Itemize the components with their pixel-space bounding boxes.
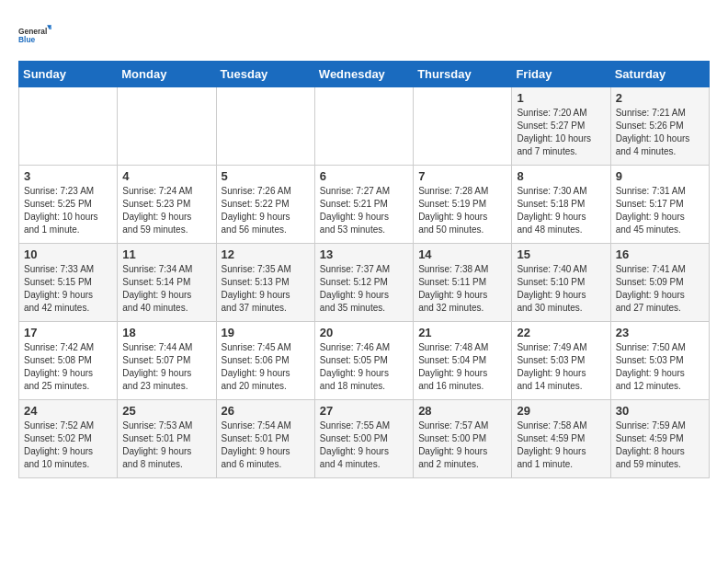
- day-info: Sunrise: 7:35 AM Sunset: 5:13 PM Dayligh…: [222, 263, 310, 315]
- calendar-cell: 7Sunrise: 7:28 AM Sunset: 5:19 PM Daylig…: [414, 166, 512, 244]
- svg-text:General: General: [18, 27, 47, 36]
- day-number: 12: [222, 247, 310, 261]
- calendar-cell: 3Sunrise: 7:23 AM Sunset: 5:25 PM Daylig…: [19, 166, 118, 244]
- day-number: 4: [122, 169, 210, 183]
- day-info: Sunrise: 7:45 AM Sunset: 5:06 PM Dayligh…: [222, 341, 310, 393]
- day-info: Sunrise: 7:57 AM Sunset: 5:00 PM Dayligh…: [418, 419, 506, 471]
- calendar-cell: [19, 87, 118, 166]
- calendar-week-row: 3Sunrise: 7:23 AM Sunset: 5:25 PM Daylig…: [19, 166, 710, 244]
- day-number: 21: [418, 326, 506, 339]
- calendar-table: SundayMondayTuesdayWednesdayThursdayFrid…: [18, 61, 710, 478]
- day-info: Sunrise: 7:41 AM Sunset: 5:09 PM Dayligh…: [616, 263, 704, 315]
- calendar-cell: 12Sunrise: 7:35 AM Sunset: 5:13 PM Dayli…: [216, 244, 314, 322]
- calendar-cell: 8Sunrise: 7:30 AM Sunset: 5:18 PM Daylig…: [512, 166, 610, 244]
- weekday-header-thursday: Thursday: [414, 62, 512, 87]
- calendar-cell: [216, 87, 314, 166]
- weekday-header-wednesday: Wednesday: [314, 62, 413, 87]
- day-number: 27: [320, 404, 408, 418]
- day-number: 28: [418, 404, 506, 418]
- day-number: 7: [418, 169, 506, 183]
- calendar-cell: 23Sunrise: 7:50 AM Sunset: 5:03 PM Dayli…: [610, 322, 709, 400]
- day-number: 17: [24, 326, 112, 339]
- calendar-cell: 6Sunrise: 7:27 AM Sunset: 5:21 PM Daylig…: [314, 166, 413, 244]
- calendar-cell: 24Sunrise: 7:52 AM Sunset: 5:02 PM Dayli…: [19, 400, 118, 478]
- weekday-header-friday: Friday: [512, 62, 610, 87]
- calendar-cell: 26Sunrise: 7:54 AM Sunset: 5:01 PM Dayli…: [216, 400, 314, 478]
- day-info: Sunrise: 7:52 AM Sunset: 5:02 PM Dayligh…: [24, 419, 112, 471]
- day-info: Sunrise: 7:30 AM Sunset: 5:18 PM Dayligh…: [517, 185, 605, 236]
- calendar-cell: 29Sunrise: 7:58 AM Sunset: 4:59 PM Dayli…: [512, 400, 610, 478]
- calendar-cell: [414, 87, 512, 166]
- day-info: Sunrise: 7:50 AM Sunset: 5:03 PM Dayligh…: [616, 341, 704, 393]
- day-number: 24: [24, 404, 112, 418]
- day-number: 8: [517, 169, 605, 183]
- day-number: 10: [24, 247, 112, 261]
- day-number: 18: [122, 326, 210, 339]
- day-info: Sunrise: 7:28 AM Sunset: 5:19 PM Dayligh…: [418, 185, 506, 236]
- day-info: Sunrise: 7:24 AM Sunset: 5:23 PM Dayligh…: [122, 185, 210, 236]
- day-number: 2: [616, 91, 704, 105]
- page-header: General Blue: [18, 18, 710, 52]
- day-info: Sunrise: 7:54 AM Sunset: 5:01 PM Dayligh…: [222, 419, 310, 471]
- svg-text:Blue: Blue: [18, 35, 36, 44]
- day-number: 15: [517, 247, 605, 261]
- logo-icon: General Blue: [18, 18, 51, 52]
- weekday-header-saturday: Saturday: [610, 62, 709, 87]
- calendar-cell: 22Sunrise: 7:49 AM Sunset: 5:03 PM Dayli…: [512, 322, 610, 400]
- calendar-cell: 17Sunrise: 7:42 AM Sunset: 5:08 PM Dayli…: [19, 322, 118, 400]
- calendar-week-row: 17Sunrise: 7:42 AM Sunset: 5:08 PM Dayli…: [19, 322, 710, 400]
- calendar-cell: [314, 87, 413, 166]
- day-number: 3: [24, 169, 112, 183]
- day-number: 20: [320, 326, 408, 339]
- day-info: Sunrise: 7:49 AM Sunset: 5:03 PM Dayligh…: [517, 341, 605, 393]
- calendar-cell: 28Sunrise: 7:57 AM Sunset: 5:00 PM Dayli…: [414, 400, 512, 478]
- day-number: 19: [222, 326, 310, 339]
- day-number: 9: [616, 169, 704, 183]
- day-info: Sunrise: 7:44 AM Sunset: 5:07 PM Dayligh…: [122, 341, 210, 393]
- calendar-cell: 4Sunrise: 7:24 AM Sunset: 5:23 PM Daylig…: [118, 166, 216, 244]
- calendar-week-row: 24Sunrise: 7:52 AM Sunset: 5:02 PM Dayli…: [19, 400, 710, 478]
- calendar-cell: 1Sunrise: 7:20 AM Sunset: 5:27 PM Daylig…: [512, 87, 610, 166]
- day-info: Sunrise: 7:53 AM Sunset: 5:01 PM Dayligh…: [122, 419, 210, 471]
- day-number: 5: [222, 169, 310, 183]
- day-info: Sunrise: 7:23 AM Sunset: 5:25 PM Dayligh…: [24, 185, 112, 236]
- day-info: Sunrise: 7:59 AM Sunset: 4:59 PM Dayligh…: [616, 419, 704, 471]
- day-info: Sunrise: 7:20 AM Sunset: 5:27 PM Dayligh…: [517, 107, 605, 158]
- day-info: Sunrise: 7:55 AM Sunset: 5:00 PM Dayligh…: [320, 419, 408, 471]
- calendar-body: 1Sunrise: 7:20 AM Sunset: 5:27 PM Daylig…: [19, 87, 710, 478]
- calendar-cell: 30Sunrise: 7:59 AM Sunset: 4:59 PM Dayli…: [610, 400, 709, 478]
- day-info: Sunrise: 7:48 AM Sunset: 5:04 PM Dayligh…: [418, 341, 506, 393]
- day-info: Sunrise: 7:37 AM Sunset: 5:12 PM Dayligh…: [320, 263, 408, 315]
- day-info: Sunrise: 7:38 AM Sunset: 5:11 PM Dayligh…: [418, 263, 506, 315]
- day-number: 30: [616, 404, 704, 418]
- day-number: 26: [222, 404, 310, 418]
- day-number: 1: [517, 91, 605, 105]
- calendar-cell: 14Sunrise: 7:38 AM Sunset: 5:11 PM Dayli…: [414, 244, 512, 322]
- calendar-cell: 21Sunrise: 7:48 AM Sunset: 5:04 PM Dayli…: [414, 322, 512, 400]
- calendar-cell: 13Sunrise: 7:37 AM Sunset: 5:12 PM Dayli…: [314, 244, 413, 322]
- calendar-cell: 15Sunrise: 7:40 AM Sunset: 5:10 PM Dayli…: [512, 244, 610, 322]
- day-number: 13: [320, 247, 408, 261]
- day-info: Sunrise: 7:26 AM Sunset: 5:22 PM Dayligh…: [222, 185, 310, 236]
- day-number: 14: [418, 247, 506, 261]
- calendar-week-row: 10Sunrise: 7:33 AM Sunset: 5:15 PM Dayli…: [19, 244, 710, 322]
- calendar-cell: 9Sunrise: 7:31 AM Sunset: 5:17 PM Daylig…: [610, 166, 709, 244]
- calendar-cell: 25Sunrise: 7:53 AM Sunset: 5:01 PM Dayli…: [118, 400, 216, 478]
- day-info: Sunrise: 7:31 AM Sunset: 5:17 PM Dayligh…: [616, 185, 704, 236]
- day-info: Sunrise: 7:21 AM Sunset: 5:26 PM Dayligh…: [616, 107, 704, 158]
- day-info: Sunrise: 7:42 AM Sunset: 5:08 PM Dayligh…: [24, 341, 112, 393]
- calendar-cell: 5Sunrise: 7:26 AM Sunset: 5:22 PM Daylig…: [216, 166, 314, 244]
- calendar-cell: 20Sunrise: 7:46 AM Sunset: 5:05 PM Dayli…: [314, 322, 413, 400]
- day-number: 29: [517, 404, 605, 418]
- day-info: Sunrise: 7:58 AM Sunset: 4:59 PM Dayligh…: [517, 419, 605, 471]
- calendar-cell: 18Sunrise: 7:44 AM Sunset: 5:07 PM Dayli…: [118, 322, 216, 400]
- day-info: Sunrise: 7:33 AM Sunset: 5:15 PM Dayligh…: [24, 263, 112, 315]
- weekday-header-tuesday: Tuesday: [216, 62, 314, 87]
- day-number: 25: [122, 404, 210, 418]
- calendar-week-row: 1Sunrise: 7:20 AM Sunset: 5:27 PM Daylig…: [19, 87, 710, 166]
- day-number: 22: [517, 326, 605, 339]
- calendar-cell: 19Sunrise: 7:45 AM Sunset: 5:06 PM Dayli…: [216, 322, 314, 400]
- calendar-cell: 10Sunrise: 7:33 AM Sunset: 5:15 PM Dayli…: [19, 244, 118, 322]
- calendar-cell: 11Sunrise: 7:34 AM Sunset: 5:14 PM Dayli…: [118, 244, 216, 322]
- weekday-header-sunday: Sunday: [19, 62, 118, 87]
